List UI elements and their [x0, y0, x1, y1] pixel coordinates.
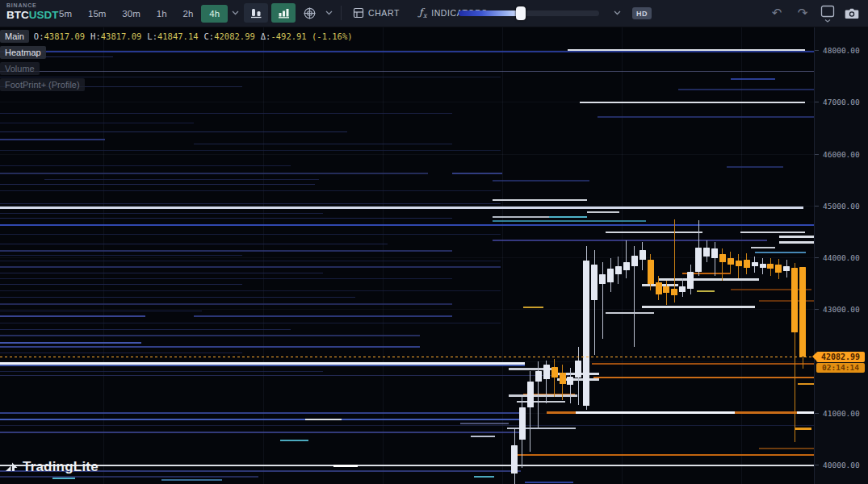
- axis-tick: [815, 257, 819, 258]
- heatmap-line: [678, 89, 814, 90]
- heatmap-line: [755, 252, 806, 253]
- layer-volume[interactable]: Volume: [0, 62, 40, 75]
- vertical-gridline: [383, 27, 384, 484]
- timeframe-button-30m[interactable]: 30m: [114, 5, 148, 23]
- layer-main[interactable]: Main: [0, 30, 29, 43]
- price-axis-label: 47000.00: [823, 98, 860, 106]
- axis-tick: [815, 413, 819, 414]
- candle-body-up: [591, 265, 598, 300]
- heatmap-line: [0, 255, 242, 256]
- heatmap-line: [0, 190, 501, 191]
- heatmap-line: [797, 411, 814, 414]
- toolbar-divider: [341, 6, 342, 20]
- screenshot-button[interactable]: [841, 3, 862, 24]
- timeframe-button-1h[interactable]: 1h: [149, 5, 175, 23]
- candle-body-down: [728, 258, 734, 265]
- layer-footprint[interactable]: FootPrint+ (Profile): [0, 78, 85, 91]
- price-axis-label: 41000.00: [823, 409, 860, 418]
- undo-button[interactable]: ↶: [767, 3, 786, 23]
- heatmap-line: [474, 476, 494, 478]
- heatmap-intensity-slider[interactable]: [459, 0, 599, 27]
- axis-tick: [815, 102, 819, 102]
- heatmap-line: [642, 306, 755, 308]
- timeframe-button-2h[interactable]: 2h: [175, 5, 202, 23]
- layer-heatmap[interactable]: Heatmap: [0, 46, 46, 59]
- candle-body-up: [783, 266, 790, 271]
- ohlc-label: C:: [204, 31, 215, 41]
- heatmap-line: [0, 315, 145, 317]
- heatmap-line: [194, 144, 452, 144]
- globe-button[interactable]: [299, 3, 320, 23]
- hd-badge[interactable]: HD: [632, 7, 652, 19]
- slider-fill: [459, 10, 523, 16]
- indicator-dropdown-chevron[interactable]: [323, 3, 334, 23]
- timeframe-dropdown-chevron[interactable]: [229, 3, 241, 23]
- heatmap-line: [735, 411, 797, 414]
- price-axis-label: 43000.00: [823, 305, 860, 314]
- heatmap-line: [0, 184, 315, 185]
- heatmap-line: [0, 139, 105, 140]
- chart-grid-icon: [353, 7, 364, 19]
- slider-track[interactable]: [459, 10, 599, 16]
- heatmap-line: [0, 353, 242, 353]
- heatmap-line: [0, 375, 569, 376]
- slider-dropdown-chevron[interactable]: [611, 3, 623, 23]
- candle-body-down: [671, 289, 677, 295]
- toolbar: BINANCE BTCUSDT 5m15m30m1h2h4h: [0, 0, 868, 27]
- heatmap-line: [697, 290, 715, 292]
- heatmap-line: [568, 49, 805, 51]
- heatmap-line: [493, 220, 646, 222]
- undo-icon: ↶: [772, 6, 782, 20]
- candle-body-down: [736, 261, 742, 266]
- vertical-gridline: [103, 27, 104, 484]
- heatmap-line: [342, 419, 523, 420]
- heatmap-line: [0, 203, 501, 204]
- heatmap-line: [493, 199, 587, 201]
- candle-body-up: [760, 264, 766, 268]
- heatmap-line: [592, 363, 814, 365]
- horizontal-gridline: [0, 257, 814, 258]
- axis-tick: [815, 309, 819, 310]
- candle-body-down: [744, 260, 750, 268]
- heatmap-line: [658, 278, 759, 281]
- timeframe-button-15m[interactable]: 15m: [80, 5, 114, 23]
- price-axis-label: 40000.00: [823, 461, 860, 469]
- heatmap-line: [0, 323, 501, 323]
- candle-body-down: [656, 282, 662, 294]
- candle-wick-down: [738, 254, 739, 278]
- candle-body-up: [567, 377, 573, 385]
- candle-body-up: [535, 371, 542, 382]
- heatmap-line: [0, 273, 323, 273]
- candle-wick-down: [666, 281, 667, 305]
- toolbar-icon-group: CHART ƒx INDICATORS: [229, 3, 493, 23]
- candle-body-up: [695, 248, 702, 272]
- price-axis-label: 48000.00: [823, 46, 860, 55]
- timeframe-group: 5m15m30m1h2h4h: [51, 0, 228, 27]
- heatmap-line: [161, 479, 222, 481]
- price-axis[interactable]: 42082.99 02:14:14 48000.0047000.0046000.…: [814, 27, 868, 484]
- candle-body-up: [599, 274, 606, 284]
- layout-button[interactable]: [817, 3, 838, 24]
- heatmap-line: [493, 216, 549, 218]
- heatmap-line: [471, 436, 495, 437]
- volume-indicator-button[interactable]: [271, 3, 296, 23]
- candle-body-up: [519, 407, 526, 440]
- ohlc-label: L:: [147, 31, 157, 41]
- chart-button[interactable]: CHART: [348, 3, 405, 23]
- timeframe-button-4h[interactable]: 4h: [201, 5, 228, 23]
- chart-surface[interactable]: [0, 27, 814, 484]
- slider-handle[interactable]: [516, 6, 526, 20]
- tradinglite-watermark: TradingLite: [5, 459, 99, 475]
- candle-body-down: [648, 260, 654, 284]
- heatmap-line: [0, 329, 291, 330]
- heatmap-line: [305, 419, 342, 420]
- horizontal-gridline: [0, 154, 814, 155]
- heatmap-line: [0, 303, 452, 305]
- timeframe-button-5m[interactable]: 5m: [51, 5, 80, 23]
- heatmap-line: [727, 166, 783, 168]
- candlestick-style-button[interactable]: [244, 3, 268, 23]
- candle-body-up: [575, 361, 581, 378]
- candle-body-down: [663, 286, 669, 293]
- candle-body-up: [639, 250, 646, 260]
- redo-button[interactable]: ↷: [793, 3, 812, 23]
